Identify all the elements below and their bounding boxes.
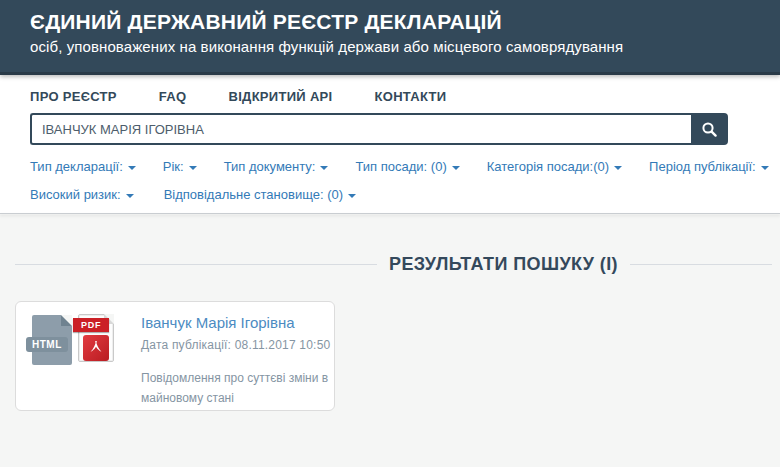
nav-item-open-api[interactable]: ВІДКРИТИЙ API <box>228 89 332 104</box>
caret-down-icon <box>128 166 136 170</box>
results-section: РЕЗУЛЬТАТИ ПОШУКУ (I) HTML PDF <box>0 214 780 467</box>
search-button[interactable] <box>691 113 728 145</box>
filter-label: Тип посади: (0) <box>355 159 446 174</box>
filter-position-type[interactable]: Тип посади: (0) <box>355 159 459 174</box>
result-card[interactable]: HTML PDF Іванчук Марія Ігорівна Дата пуб… <box>15 301 335 411</box>
site-header: ЄДИНИЙ ДЕРЖАВНИЙ РЕЄСТР ДЕКЛАРАЦІЙ осіб,… <box>0 0 780 75</box>
filter-label: Відповідальне становище: (0) <box>164 187 343 202</box>
page-fold <box>61 315 72 326</box>
filter-label: Тип декларації: <box>30 159 123 174</box>
nav-item-contacts[interactable]: КОНТАКТИ <box>375 89 447 104</box>
acrobat-icon <box>83 335 109 361</box>
divider <box>0 213 780 214</box>
page-subtitle: осіб, уповноважених на виконання функцій… <box>30 38 750 55</box>
page: ЄДИНИЙ ДЕРЖАВНИЙ РЕЄСТР ДЕКЛАРАЦІЙ осіб,… <box>0 0 780 467</box>
filter-document-type[interactable]: Тип документу: <box>224 159 329 174</box>
caret-down-icon <box>189 166 197 170</box>
filter-label: Високий ризик: <box>30 187 121 202</box>
filter-responsible-position[interactable]: Відповідальне становище: (0) <box>164 187 356 202</box>
nav-item-about[interactable]: ПРО РЕЄСТР <box>30 89 117 104</box>
results-title: РЕЗУЛЬТАТИ ПОШУКУ (I) <box>389 254 618 275</box>
filter-label: Тип документу: <box>224 159 316 174</box>
result-publication-date: Дата публікації: 08.11.2017 10:50 <box>141 338 336 352</box>
heading-line-left <box>15 264 377 265</box>
pdf-file-icon[interactable]: PDF <box>78 314 114 362</box>
filter-year[interactable]: Рік: <box>163 159 197 174</box>
search-bar <box>30 113 728 145</box>
result-info: Іванчук Марія Ігорівна Дата публікації: … <box>141 314 336 409</box>
filter-row-1: Тип декларації: Рік: Тип документу: Тип … <box>30 159 750 174</box>
search-panel: ПРО РЕЄСТР FAQ ВІДКРИТИЙ API КОНТАКТИ Ти… <box>0 75 780 213</box>
results-heading: РЕЗУЛЬТАТИ ПОШУКУ (I) <box>15 254 772 275</box>
caret-down-icon <box>761 166 769 170</box>
search-icon <box>701 121 718 138</box>
caret-down-icon <box>126 194 134 198</box>
main-nav: ПРО РЕЄСТР FAQ ВІДКРИТИЙ API КОНТАКТИ <box>30 89 750 104</box>
filter-label: Період публікації: <box>649 159 756 174</box>
search-input[interactable] <box>30 113 691 145</box>
filter-high-risk[interactable]: Високий ризик: <box>30 187 134 202</box>
page-title: ЄДИНИЙ ДЕРЖАВНИЙ РЕЄСТР ДЕКЛАРАЦІЙ <box>30 9 750 35</box>
filter-position-category[interactable]: Категорія посади:(0) <box>487 159 622 174</box>
result-name-link[interactable]: Іванчук Марія Ігорівна <box>141 314 295 331</box>
filter-declaration-type[interactable]: Тип декларації: <box>30 159 136 174</box>
filter-publication-period[interactable]: Період публікації: <box>649 159 769 174</box>
filter-label: Категорія посади:(0) <box>487 159 609 174</box>
html-file-icon[interactable]: HTML <box>32 315 72 365</box>
caret-down-icon <box>452 166 460 170</box>
caret-down-icon <box>320 166 328 170</box>
heading-line-right <box>630 264 772 265</box>
result-description: Повідомлення про суттєві зміни в майново… <box>141 369 337 409</box>
pdf-badge: PDF <box>73 318 109 332</box>
caret-down-icon <box>614 166 622 170</box>
nav-item-faq[interactable]: FAQ <box>159 89 187 104</box>
filter-row-2: Високий ризик: Відповідальне становище: … <box>30 187 750 202</box>
caret-down-icon <box>348 194 356 198</box>
html-badge: HTML <box>26 337 68 352</box>
filter-label: Рік: <box>163 159 184 174</box>
